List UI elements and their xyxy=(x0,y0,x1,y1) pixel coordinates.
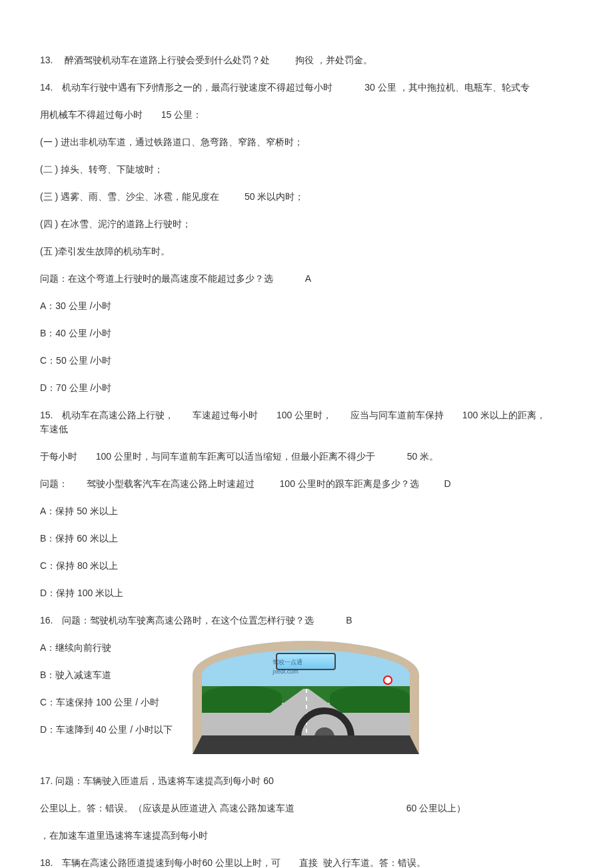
q15-l1d: 应当与同车道前车保持 xyxy=(350,410,444,420)
q17-l2: 公里以上。答：错误。（应该是从匝道进入 高速公路加速车道 60 公里以上） xyxy=(40,801,573,815)
q15-l2a: 于每小时 xyxy=(40,451,77,462)
q16-question: 16. 问题：驾驶机动车驶离高速公路时，在这个位置怎样行驶？选 B xyxy=(40,614,573,628)
q14-l1a: 14. 机动车行驶中遇有下列情形之一的，最高行驶速度不得超过每小时 xyxy=(40,82,332,93)
q16-options: A：继续向前行驶 B：驶入减速车道 C：车速保持 100 公里 / 小时 D：车… xyxy=(40,641,173,750)
q16-q: 16. 问题：驾驶机动车驶离高速公路时，在这个位置怎样行驶？选 xyxy=(40,615,314,626)
q14-p4: (四 ) 在冰雪、泥泞的道路上行驶时； xyxy=(40,217,573,231)
dashboard-frame xyxy=(193,641,419,754)
q13-pre: 13. 醉酒驾驶机动车在道路上行驶会受到什么处罚？处 xyxy=(40,55,270,65)
q17-l2a: 公里以上。答：错误。（应该是从匝道进入 高速公路加速车道 xyxy=(40,803,295,813)
q18-l1a: 18. 车辆在高速公路匝道提速到每小时60 公里以上时，可 xyxy=(40,857,281,868)
q14-l1b: 30 公里 xyxy=(364,82,396,93)
q14-l2a: 用机械车不得超过每小时 xyxy=(40,109,143,120)
q14-p3a: (三 ) 遇雾、雨、雪、沙尘、冰雹，能见度在 xyxy=(40,191,219,202)
q15-l1e: 100 米以上的距离， xyxy=(462,410,546,420)
q18-l1b: 直接 xyxy=(299,857,318,868)
q15-q3: 100 公里时的跟车距离是多少？选 xyxy=(280,478,419,489)
q15-l1b: 车速超过每小时 xyxy=(193,410,258,420)
q14-question: 问题：在这个弯道上行驶时的最高速度不能超过多少？选 A xyxy=(40,272,573,286)
q15-l1c: 100 公里时， xyxy=(277,410,332,420)
q15-l2b: 100 公里时，与同车道前车距离可以适当缩短，但最小距离不得少于 xyxy=(96,451,375,462)
q14-l1c: ，其中拖拉机、电瓶车、轮式专 xyxy=(399,82,530,93)
q14-p2: (二 ) 掉头、转弯、下陡坡时； xyxy=(40,163,573,177)
q13-line: 13. 醉酒驾驶机动车在道路上行驶会受到什么处罚？处 拘役 ，并处罚金。 xyxy=(40,53,573,67)
q16-ans: B xyxy=(346,615,352,626)
q16-opt-d: D：车速降到 40 公里 / 小时以下 xyxy=(40,723,173,737)
q15-l1: 15. 机动车在高速公路上行驶， 车速超过每小时 100 公里时， 应当与同车道… xyxy=(40,408,573,436)
q15-l2c: 50 米。 xyxy=(407,451,438,462)
q14-p5: (五 )牵引发生故障的机动车时。 xyxy=(40,244,573,258)
q14-p1: (一 ) 进出非机动车道，通过铁路道口、急弯路、窄路、窄桥时； xyxy=(40,135,573,149)
q15-ans: D xyxy=(444,478,451,489)
q14-p3b: 50 米以内时； xyxy=(245,191,304,202)
q14-opt-d: D：70 公里 /小时 xyxy=(40,381,573,395)
q14-l1: 14. 机动车行驶中遇有下列情形之一的，最高行驶速度不得超过每小时 30 公里 … xyxy=(40,81,573,95)
q14-opt-c: C：50 公里 /小时 xyxy=(40,354,573,368)
q15-q1: 问题： xyxy=(40,478,68,489)
q18-l1c: 驶入行车道。答：错误。 xyxy=(323,857,426,868)
q18-l1: 18. 车辆在高速公路匝道提速到每小时60 公里以上时，可 直接 驶入行车道。答… xyxy=(40,856,573,868)
q15-l2: 于每小时 100 公里时，与同车道前车距离可以适当缩短，但最小距离不得少于 50… xyxy=(40,450,573,464)
q14-opt-b: B：40 公里 /小时 xyxy=(40,326,573,340)
q16-row: A：继续向前行驶 B：驶入减速车道 C：车速保持 100 公里 / 小时 D：车… xyxy=(40,641,573,754)
q14-ans: A xyxy=(305,273,311,284)
q14-l2: 用机械车不得超过每小时 15 公里： xyxy=(40,108,573,122)
q14-q: 问题：在这个弯道上行驶时的最高速度不能超过多少？选 xyxy=(40,273,273,284)
highway-dashboard-image: 驾校一点通 jxedt.com xyxy=(193,641,419,754)
q15-opt-b: B：保持 60 米以上 xyxy=(40,532,573,546)
q13-bold: 拘役 xyxy=(295,55,314,65)
q16-opt-c: C：车速保持 100 公里 / 小时 xyxy=(40,695,173,709)
q14-l2b: 15 公里： xyxy=(161,109,202,120)
q14-opt-a: A：30 公里 /小时 xyxy=(40,299,573,313)
q16-opt-b: B：驶入减速车道 xyxy=(40,668,173,682)
q13-post: ，并处罚金。 xyxy=(316,55,372,65)
q15-l1f: 车速低 xyxy=(40,424,68,434)
q15-question: 问题： 驾驶小型载客汽车在高速公路上时速超过 100 公里时的跟车距离是多少？选… xyxy=(40,477,573,491)
q16-opt-a: A：继续向前行驶 xyxy=(40,641,173,655)
q17-l3: ，在加速车道里迅速将车速提高到每小时 xyxy=(40,829,573,843)
q17-l2b: 60 公里以上） xyxy=(406,803,466,813)
q15-opt-c: C：保持 80 米以上 xyxy=(40,559,573,573)
q15-opt-a: A：保持 50 米以上 xyxy=(40,504,573,518)
q15-opt-d: D：保持 100 米以上 xyxy=(40,586,573,600)
q14-p3: (三 ) 遇雾、雨、雪、沙尘、冰雹，能见度在 50 米以内时； xyxy=(40,190,573,204)
q15-q2: 驾驶小型载客汽车在高速公路上时速超过 xyxy=(87,478,255,489)
q17-l1: 17. 问题：车辆驶入匝道后，迅速将车速提高到每小时 60 xyxy=(40,774,573,788)
q15-l1a: 15. 机动车在高速公路上行驶， xyxy=(40,410,174,420)
